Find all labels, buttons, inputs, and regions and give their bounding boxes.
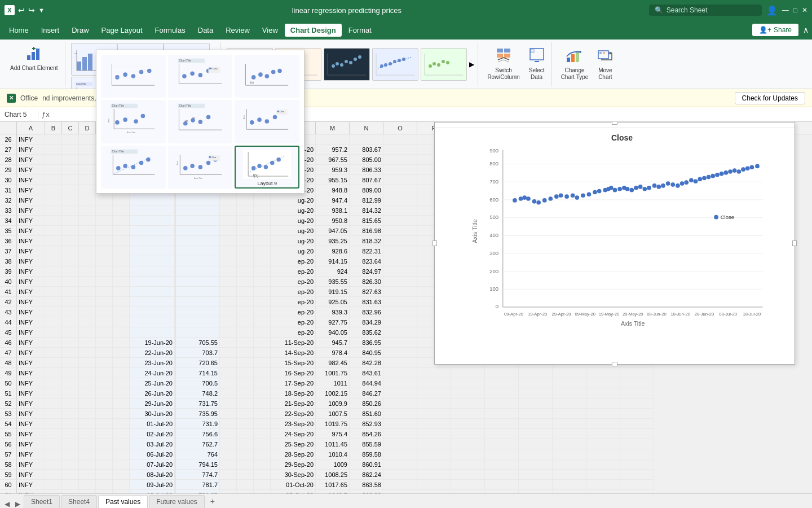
cell-s[interactable]: [519, 459, 553, 470]
cell-r[interactable]: [485, 409, 519, 419]
cell-m[interactable]: 947.05: [316, 226, 350, 236]
cell-t[interactable]: [553, 409, 586, 419]
cell-e[interactable]: [96, 388, 113, 398]
cell-i[interactable]: [220, 266, 237, 277]
cell-f[interactable]: [113, 216, 130, 226]
select-data-btn[interactable]: SelectData: [526, 45, 548, 83]
cell-e[interactable]: [96, 226, 113, 236]
cell-j[interactable]: [237, 236, 254, 246]
cell-o[interactable]: [383, 368, 417, 378]
cell-o[interactable]: [383, 378, 417, 388]
cell-b[interactable]: [45, 307, 62, 317]
cell-n[interactable]: 822.31: [350, 246, 383, 256]
cell-d[interactable]: [79, 317, 96, 327]
cell-i[interactable]: [220, 368, 237, 378]
cell-o[interactable]: [383, 134, 417, 144]
cell-t[interactable]: [553, 398, 586, 409]
cell-f[interactable]: [113, 449, 130, 459]
cell-e[interactable]: [96, 449, 113, 459]
cell-h[interactable]: 735.95: [175, 409, 220, 419]
cell-g[interactable]: 10-Jul-20: [130, 490, 175, 493]
cell-h[interactable]: [175, 287, 220, 297]
cell-i[interactable]: [220, 378, 237, 388]
cell-n[interactable]: 806.33: [350, 165, 383, 175]
cell-l[interactable]: ep-20: [271, 327, 316, 338]
cell-e[interactable]: [96, 439, 113, 449]
cell-j[interactable]: [237, 338, 254, 348]
cell-j[interactable]: [237, 287, 254, 297]
cell-c[interactable]: [62, 429, 79, 439]
cell-p[interactable]: [417, 459, 451, 470]
cell-b[interactable]: [45, 358, 62, 368]
cell-c[interactable]: [62, 144, 79, 155]
cell-r[interactable]: [485, 388, 519, 398]
cell-d[interactable]: [79, 327, 96, 338]
cell-k[interactable]: [254, 348, 271, 358]
cell-s[interactable]: [519, 480, 553, 490]
cell-g[interactable]: [130, 266, 175, 277]
cell-o[interactable]: [383, 348, 417, 358]
chart-resize-top[interactable]: [612, 122, 617, 125]
cell-p[interactable]: [417, 449, 451, 459]
cell-a[interactable]: INFY: [17, 439, 45, 449]
cell-a[interactable]: INFY: [17, 216, 45, 226]
cell-d[interactable]: [79, 378, 96, 388]
ribbon-collapse-btn[interactable]: ∧: [803, 25, 809, 34]
cell-f[interactable]: [113, 388, 130, 398]
cell-t[interactable]: [553, 490, 586, 493]
cell-h[interactable]: 794.15: [175, 459, 220, 470]
style-scroll-right[interactable]: ▶: [469, 60, 474, 68]
cell-h[interactable]: 764: [175, 449, 220, 459]
cell-d[interactable]: [79, 307, 96, 317]
cell-j[interactable]: [237, 266, 254, 277]
cell-a[interactable]: INFY: [17, 185, 45, 195]
cell-a[interactable]: INFY: [17, 348, 45, 358]
cell-v[interactable]: [620, 409, 654, 419]
cell-k[interactable]: [254, 459, 271, 470]
cell-c[interactable]: [62, 317, 79, 327]
layout-option-6[interactable]: Axis Close: [235, 100, 299, 143]
layout-option-3[interactable]: f(x): [235, 55, 299, 98]
col-C[interactable]: C: [62, 122, 79, 134]
cell-m[interactable]: 975.4: [316, 429, 350, 439]
cell-q[interactable]: [451, 409, 485, 419]
cell-i[interactable]: [220, 419, 237, 429]
cell-e[interactable]: [96, 429, 113, 439]
cell-h[interactable]: [175, 246, 220, 256]
cell-t[interactable]: [553, 368, 586, 378]
cell-s[interactable]: [519, 368, 553, 378]
menu-view[interactable]: View: [257, 24, 284, 37]
cell-r[interactable]: [485, 490, 519, 493]
style-thumb-5[interactable]: [421, 48, 467, 81]
cell-c[interactable]: [62, 348, 79, 358]
cell-c[interactable]: [62, 378, 79, 388]
cell-k[interactable]: [254, 470, 271, 480]
cell-g[interactable]: [130, 317, 175, 327]
cell-c[interactable]: [62, 327, 79, 338]
cell-i[interactable]: [220, 439, 237, 449]
cell-a[interactable]: INFY: [17, 358, 45, 368]
cell-e[interactable]: [96, 266, 113, 277]
cell-o[interactable]: [383, 307, 417, 317]
cell-k[interactable]: [254, 287, 271, 297]
cell-f[interactable]: [113, 378, 130, 388]
cell-m[interactable]: 1009: [316, 459, 350, 470]
cell-s[interactable]: [519, 470, 553, 480]
cell-i[interactable]: [220, 429, 237, 439]
cell-h[interactable]: [175, 327, 220, 338]
cell-f[interactable]: [113, 287, 130, 297]
cell-j[interactable]: [237, 439, 254, 449]
cell-l[interactable]: 29-Sep-20: [271, 459, 316, 470]
cell-b[interactable]: [45, 144, 62, 155]
cell-u[interactable]: [586, 449, 620, 459]
cell-f[interactable]: [113, 236, 130, 246]
cell-o[interactable]: [383, 144, 417, 155]
cell-c[interactable]: [62, 490, 79, 493]
cell-k[interactable]: [254, 419, 271, 429]
cell-l[interactable]: ug-20: [271, 226, 316, 236]
cell-o[interactable]: [383, 327, 417, 338]
cell-e[interactable]: [96, 277, 113, 287]
cell-p[interactable]: [417, 419, 451, 429]
cell-k[interactable]: [254, 226, 271, 236]
cell-k[interactable]: [254, 297, 271, 307]
